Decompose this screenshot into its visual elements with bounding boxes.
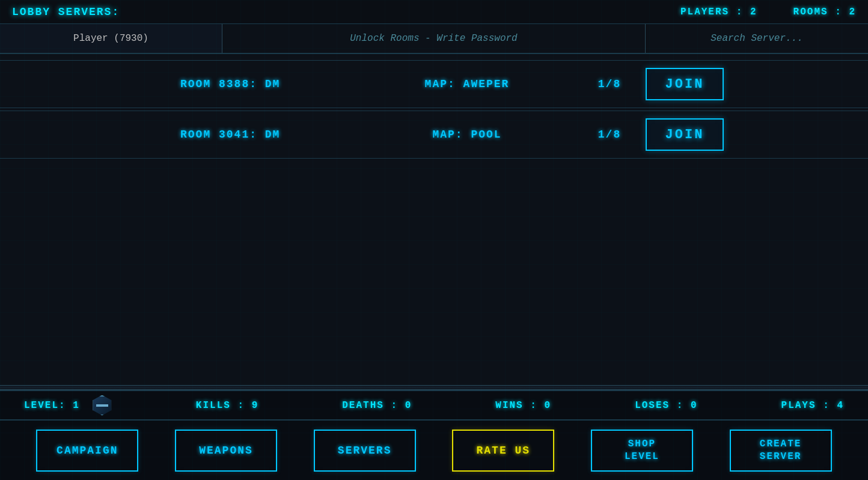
room-name-1: ROOM 8388: DM xyxy=(180,78,349,90)
kills-stat: KILLS : 9 xyxy=(196,400,258,411)
player-name: Player (7930) xyxy=(0,24,222,53)
join-button-1[interactable]: JOIN xyxy=(646,68,724,100)
room-map-2: MAP: POOL xyxy=(361,129,573,141)
plays-stat: PLAYS : 4 xyxy=(781,400,844,411)
table-row: ROOM 8388: DM MAP: AWEPER 1/8 JOIN xyxy=(0,60,868,108)
header-left: LOBBY SERVERS: xyxy=(12,6,120,18)
search-label: Search Server... xyxy=(711,33,803,44)
password-hint[interactable]: Unlock Rooms - Write Password xyxy=(222,24,646,53)
create-server-button[interactable]: CREATESERVER xyxy=(730,430,832,472)
level-stat: LEVEL: 1 xyxy=(24,400,80,411)
rooms-count: ROOMS : 2 xyxy=(793,7,856,17)
rate-us-button[interactable]: RATE US xyxy=(452,430,554,472)
room-map-1: MAP: AWEPER xyxy=(361,78,573,90)
level-badge-icon xyxy=(92,395,112,416)
header-bar: LOBBY SERVERS: PLAYERS : 2 ROOMS : 2 xyxy=(0,0,868,24)
shop-level-button[interactable]: SHOPLEVEL xyxy=(591,430,693,472)
players-count: PLAYERS : 2 xyxy=(680,7,757,17)
bottom-nav: CAMPAIGN WEAPONS SERVERS RATE US SHOPLEV… xyxy=(0,420,868,480)
header-right: PLAYERS : 2 ROOMS : 2 xyxy=(680,7,856,17)
room-name-2: ROOM 3041: DM xyxy=(180,129,349,141)
level-badge-inner xyxy=(96,404,108,407)
join-button-2[interactable]: JOIN xyxy=(646,118,724,151)
table-row: ROOM 3041: DM MAP: POOL 1/8 JOIN xyxy=(0,111,868,159)
search-area[interactable]: Search Server... xyxy=(646,24,868,53)
weapons-button[interactable]: WEAPONS xyxy=(175,430,277,472)
player-row: Player (7930) Unlock Rooms - Write Passw… xyxy=(0,24,868,54)
deaths-stat: DEATHS : 0 xyxy=(342,400,412,411)
room-players-1: 1/8 xyxy=(585,78,634,90)
stats-bar: LEVEL: 1 KILLS : 9 DEATHS : 0 WINS : 0 L… xyxy=(0,390,868,420)
main-container: LOBBY SERVERS: PLAYERS : 2 ROOMS : 2 Pla… xyxy=(0,0,868,480)
stats-left: LEVEL: 1 xyxy=(24,395,112,416)
campaign-button[interactable]: CAMPAIGN xyxy=(36,430,138,472)
separator xyxy=(0,385,868,390)
room-list: ROOM 8388: DM MAP: AWEPER 1/8 JOIN ROOM … xyxy=(0,54,868,385)
room-players-2: 1/8 xyxy=(585,129,634,141)
servers-button[interactable]: SERVERS xyxy=(314,430,416,472)
loses-stat: LOSES : 0 xyxy=(635,400,697,411)
lobby-servers-title: LOBBY SERVERS: xyxy=(12,6,120,18)
wins-stat: WINS : 0 xyxy=(495,400,551,411)
